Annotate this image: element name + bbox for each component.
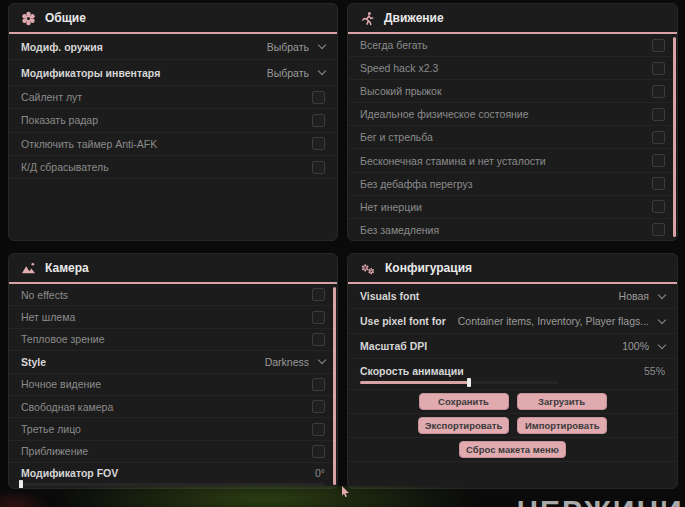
config-row-3: Скорость анимации55% [348,359,677,390]
movement-row-1: Speed hack x2.3 [348,57,677,80]
dropdown[interactable]: Выбрать [267,41,325,53]
slider-thumb[interactable] [19,480,23,489]
slider-fill [360,381,469,384]
dropdown-value: Darkness [265,356,309,368]
export-button[interactable]: Экспортировать [418,417,509,434]
movement-row-2: Высокий прыжок [348,80,677,103]
game-background-glow [50,486,480,507]
panel-title: Камера [45,261,89,275]
dropdown-value: Новая [619,290,649,302]
checkbox[interactable] [652,200,665,213]
checkbox[interactable] [312,91,325,104]
mouse-cursor-icon [341,483,350,501]
config-button-row-0: СохранитьЗагрузить [348,390,677,414]
chevron-down-icon [658,340,666,348]
movement-row-3: Идеальное физическое состояние [348,103,677,126]
checkbox[interactable] [312,311,325,324]
panel-general-header: Общие [9,4,337,34]
row-label: Модификатор FOV [21,467,118,479]
config-button-row-2: Сброс макета меню [348,438,677,462]
panel-title: Конфигурация [385,261,472,275]
slider-value: 0° [315,467,325,479]
chevron-down-icon [318,356,326,364]
general-row-4: Отключить таймер Anti-AFK [9,133,337,156]
row-label: Ночное видение [21,378,101,390]
scrollbar[interactable] [673,37,676,237]
dropdown[interactable]: Новая [619,290,665,302]
slider-value: 55% [644,365,665,377]
checkbox[interactable] [652,131,665,144]
config-row-1: Use pixel font forContainer items, Inven… [348,309,677,334]
dropdown-value: Выбрать [267,67,309,79]
dropdown[interactable]: Darkness [265,356,325,368]
checkbox[interactable] [312,137,325,150]
slider-thumb[interactable] [467,378,471,387]
panel-camera: Камера No effectsНет шлемаТепловое зрени… [8,253,338,489]
row-label: Масштаб DPI [360,340,427,352]
row-label: Модиф. оружия [21,41,103,53]
row-label: Style [21,356,46,368]
movement-row-6: Без дебаффа перегруз [348,173,677,196]
dropdown[interactable]: Выбрать [267,67,325,79]
camera-row-8: Модификатор FOV0° [9,463,337,489]
flower-icon [21,11,36,26]
movement-row-7: Нет инерции [348,196,677,219]
checkbox[interactable] [652,39,665,52]
row-label: No effects [21,289,68,301]
checkbox[interactable] [652,85,665,98]
camera-row-6: Третье лицо [9,418,337,440]
checkbox[interactable] [312,288,325,301]
config-row-2: Масштаб DPI100% [348,334,677,359]
row-label: Бесконечная стамина и нет усталости [360,155,546,167]
checkbox[interactable] [312,400,325,413]
dropdown[interactable]: 100% [622,340,665,352]
checkbox[interactable] [652,177,665,190]
row-label: Use pixel font for [360,315,446,327]
row-label: К/Д сбрасыватель [21,161,109,173]
row-label: Третье лицо [21,423,81,435]
camera-row-2: Тепловое зрение [9,329,337,351]
general-row-1: Модификаторы инвентаряВыбрать [9,60,337,86]
camera-row-3: StyleDarkness [9,351,337,373]
chevron-down-icon [318,41,326,49]
dropdown[interactable]: Container items, Inventory, Player flags… [458,315,665,327]
panel-movement-header: Движение [348,4,677,34]
row-label: Visuals font [360,290,419,302]
row-label: Всегда бегать [360,39,428,51]
slider[interactable] [21,483,325,486]
checkbox[interactable] [652,154,665,167]
load-button[interactable]: Загрузить [517,393,607,410]
general-row-3: Показать радар [9,109,337,132]
row-label: Приближение [21,445,88,457]
checkbox[interactable] [312,378,325,391]
row-label: Высокий прыжок [360,85,442,97]
reset-menu-layout-button[interactable]: Сброс макета меню [459,441,566,458]
checkbox[interactable] [652,223,665,236]
checkbox[interactable] [652,62,665,75]
chevron-down-icon [318,67,326,75]
panel-movement: Движение Всегда бегатьSpeed hack x2.3Выс… [347,3,678,241]
checkbox[interactable] [652,108,665,121]
camera-row-0: No effects [9,284,337,306]
checkbox[interactable] [312,445,325,458]
row-label: Свободная камера [21,401,113,413]
checkbox[interactable] [312,423,325,436]
panel-title: Движение [384,11,444,25]
game-background-tint [0,490,50,507]
import-button[interactable]: Импортировать [517,417,607,434]
row-label: Без замедления [360,224,439,236]
movement-row-8: Без замедления [348,219,677,241]
slider[interactable] [360,381,558,384]
camera-row-4: Ночное видение [9,374,337,396]
checkbox[interactable] [312,114,325,127]
panel-title: Общие [45,11,86,25]
row-label: Без дебаффа перегруз [360,178,473,190]
scrollbar[interactable] [333,287,336,485]
movement-row-4: Бег и стрельба [348,126,677,149]
panel-config-header: Конфигурация [348,254,677,284]
checkbox[interactable] [312,333,325,346]
config-button-row-1: ЭкспортироватьИмпортировать [348,414,677,438]
checkbox[interactable] [312,161,325,174]
save-button[interactable]: Сохранить [419,393,509,410]
watermark-text: ЧЕРЖИНИЕ [517,494,685,507]
